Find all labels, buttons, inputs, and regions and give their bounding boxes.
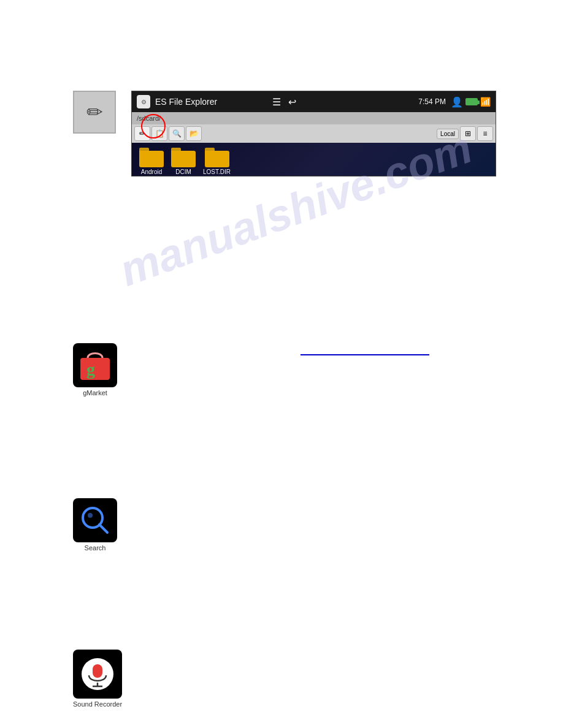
folder-lostdir[interactable]: LOST.DIR [203,148,231,175]
svg-line-3 [99,525,107,533]
battery-icon [465,98,478,105]
svg-rect-5 [93,664,102,678]
svg-rect-0 [80,358,110,380]
es-toolbar: ✏ 📋 🔍 📂 Local ⊞ ≡ [132,124,496,143]
svg-text:g: g [86,360,95,379]
pencil-icon: ✏ [86,100,103,124]
local-btn[interactable]: Local [437,129,459,139]
folder-label-android: Android [141,169,162,175]
es-hamburger-btn[interactable]: ☰ [272,96,281,108]
gmarket-app-wrapper[interactable]: g gMarket [73,343,117,396]
es-titlebar: ⚙ ES File Explorer ☰ ↩ 7:54 PM 👤 📶 [132,91,496,112]
sound-recorder-icon-box[interactable] [73,650,122,699]
search-icon-box[interactable] [73,498,117,542]
es-path-bar: /sdcard/ [132,112,496,124]
folder-icon-dcim [171,148,196,167]
mic-circle [82,658,113,690]
gmarket-label: gMarket [83,389,107,396]
folder-icon-android [139,148,164,167]
toolbar-folder-btn[interactable]: 📂 [186,126,202,141]
es-status-icons: 👤 📶 [451,96,491,108]
es-back-btn[interactable]: ↩ [288,96,296,108]
folder-icon-lostdir [205,148,229,167]
folder-android[interactable]: Android [139,148,164,175]
view-grid-btn[interactable]: ⊞ [460,126,476,141]
toolbar-search-btn[interactable]: 🔍 [169,126,185,141]
folder-label-dcim: DCIM [175,169,191,175]
sound-recorder-app-wrapper[interactable]: Sound Recorder [73,650,122,708]
folder-label-lostdir: LOST.DIR [203,169,231,175]
sound-recorder-icon [73,650,122,699]
es-file-explorer-window: ⚙ ES File Explorer ☰ ↩ 7:54 PM 👤 📶 /sdca… [131,91,496,176]
folder-icon: 📂 [190,129,199,138]
es-path-text: /sdcard/ [137,115,161,122]
search-app-wrapper[interactable]: Search [73,498,117,552]
es-content-area: Android DCIM LOST.DIR [132,143,496,176]
user-icon: 👤 [451,96,463,108]
copy-icon: 📋 [155,129,164,138]
gmarket-icon: g [74,344,116,386]
es-clock: 7:54 PM [418,97,446,106]
blue-underline [301,354,429,355]
wifi-icon: 📶 [480,97,491,107]
search-icon: 🔍 [172,129,182,138]
es-title: ES File Explorer [155,97,269,107]
edit-icon: ✏ [139,129,145,138]
view-list-btn[interactable]: ≡ [477,126,493,141]
gmarket-icon-box[interactable]: g [73,343,117,387]
sound-recorder-label: Sound Recorder [73,700,122,708]
grid-icon: ⊞ [465,129,471,138]
folder-dcim[interactable]: DCIM [171,148,196,175]
es-app-icon: ⚙ [137,95,150,108]
pencil-icon-box: ✏ [73,91,116,134]
search-app-icon [74,499,116,541]
search-label: Search [85,544,106,552]
toolbar-copy-btn[interactable]: 📋 [151,126,167,141]
list-icon: ≡ [483,129,487,138]
svg-point-4 [88,513,93,518]
toolbar-edit-btn[interactable]: ✏ [134,126,150,141]
